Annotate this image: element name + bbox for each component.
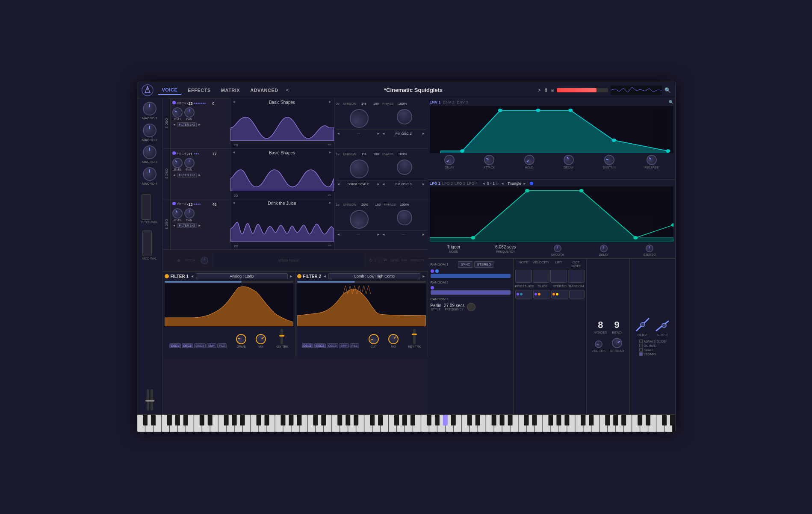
lfo-rate-nav-left[interactable]: ◄: [482, 182, 485, 186]
random2-bar[interactable]: [431, 290, 511, 295]
random1-bar[interactable]: [431, 274, 511, 278]
osc1-edit-btn[interactable]: ✏: [328, 142, 331, 147]
osc1-unison-knob[interactable]: [350, 109, 369, 128]
perf-stereo-bar[interactable]: [551, 290, 568, 298]
filter2-smp-btn[interactable]: SMP: [339, 343, 349, 348]
filter2-keytrk-slider[interactable]: [413, 329, 416, 344]
osc2-wave-next[interactable]: ►: [328, 150, 332, 154]
env-hold-knob[interactable]: [522, 153, 537, 167]
osc2-unison-knob[interactable]: [350, 160, 369, 178]
osc3-wave-prev[interactable]: ◄: [232, 201, 236, 205]
perf-note-bar[interactable]: [515, 270, 532, 283]
filter1-osc2-btn[interactable]: OSC2: [182, 343, 193, 348]
filter2-mix-knob[interactable]: [387, 332, 401, 346]
filter1-osc3-btn[interactable]: OSC3: [194, 343, 206, 348]
random1-dot2[interactable]: [435, 269, 439, 273]
env1-tab[interactable]: ENV 1: [430, 100, 441, 104]
osc1-phase-knob[interactable]: [394, 106, 415, 127]
veltrk-knob[interactable]: [595, 340, 602, 348]
osc3-filter-btn[interactable]: FILTER 1+2: [177, 223, 196, 228]
env-search-icon[interactable]: 🔍: [669, 100, 673, 104]
osc2-pitch-fine[interactable]: 77: [213, 152, 217, 156]
osc3-active-dot[interactable]: [172, 202, 176, 205]
osc2-pitch-val[interactable]: -21: [187, 152, 193, 156]
osc3-unison-knob[interactable]: [346, 207, 372, 232]
osc1-wave-next[interactable]: ►: [328, 100, 332, 104]
octave-cb[interactable]: [639, 344, 643, 347]
osc2-active-dot[interactable]: [172, 151, 176, 155]
random3-mode-knob[interactable]: [467, 303, 475, 311]
lfo4-tab[interactable]: LFO 4: [467, 181, 478, 186]
osc3-filter-next[interactable]: ►: [198, 224, 202, 227]
tab-voice[interactable]: VOICE: [158, 86, 182, 95]
macro3-knob[interactable]: [143, 145, 156, 159]
filter1-smp-btn[interactable]: SMP: [207, 343, 216, 348]
osc3-filter-prev[interactable]: ◄: [172, 224, 177, 227]
osc3-phase-knob[interactable]: [394, 207, 415, 228]
lfo-play-dot[interactable]: [530, 182, 533, 185]
filter2-osc2-btn[interactable]: OSC2: [314, 343, 326, 348]
filter1-fil2-btn[interactable]: FIL2: [217, 343, 227, 348]
random1-stereo-btn[interactable]: STEREO: [474, 261, 494, 268]
env-attack-knob[interactable]: [482, 153, 496, 167]
osc3-pitch-fine[interactable]: 46: [213, 202, 217, 207]
random1-sync-btn[interactable]: SYNC: [458, 261, 473, 268]
always-glide-cb[interactable]: [639, 340, 643, 343]
tab-effects[interactable]: EFFECTS: [183, 86, 215, 95]
filter1-mix-knob[interactable]: [254, 332, 268, 346]
perf-pressure-bar[interactable]: [515, 290, 532, 298]
lfo-play-icon[interactable]: ▷: [496, 182, 499, 186]
slider1[interactable]: [147, 389, 149, 411]
osc2-phase-knob[interactable]: [393, 157, 415, 178]
osc1-active-dot[interactable]: [172, 101, 176, 104]
osc3-pitch-val[interactable]: -13: [187, 202, 193, 207]
perf-octnote-bar[interactable]: [568, 270, 585, 283]
mod-wheel[interactable]: [142, 230, 152, 256]
patch-next-button[interactable]: >: [536, 86, 542, 94]
slope-slider[interactable]: [655, 317, 670, 332]
filter2-osc1-btn[interactable]: OSC1: [302, 343, 313, 348]
perf-slide-bar[interactable]: [533, 290, 550, 298]
osc1-pan-knob[interactable]: [184, 107, 195, 118]
noise-dot[interactable]: [177, 259, 180, 262]
patch-prev-button[interactable]: <: [284, 86, 291, 94]
filter2-cutoff-slider[interactable]: [297, 281, 426, 283]
perf-velocity-bar[interactable]: [533, 270, 549, 283]
osc2-filter-next[interactable]: ►: [198, 173, 202, 177]
osc3-edit-btn[interactable]: ✏: [328, 243, 331, 248]
lfo-smooth-knob[interactable]: [554, 245, 561, 252]
lfo-stereo-knob[interactable]: [646, 245, 653, 252]
volume-bar-container[interactable]: [557, 88, 608, 92]
lfo-delay-knob[interactable]: [600, 245, 608, 252]
osc1-pitch-fine[interactable]: 0: [213, 101, 215, 106]
env-decay-knob[interactable]: [561, 153, 576, 167]
spread-knob[interactable]: [610, 336, 624, 350]
scale-cb[interactable]: [639, 348, 643, 352]
filter2-dot[interactable]: [297, 274, 301, 278]
osc1-pitch-val[interactable]: -25: [187, 101, 193, 106]
save-icon[interactable]: ⬆: [544, 87, 548, 93]
macro4-knob[interactable]: [143, 167, 156, 181]
tab-advanced[interactable]: ADVANCED: [246, 86, 283, 95]
filter2-next-btn[interactable]: ►: [422, 274, 426, 278]
env2-tab[interactable]: ENV 2: [443, 100, 455, 104]
slider2[interactable]: [151, 389, 153, 411]
lfo-type-nav-right[interactable]: ►: [523, 182, 526, 186]
filter2-prev-btn[interactable]: ◄: [323, 274, 327, 278]
macro1-knob[interactable]: [143, 102, 156, 115]
perf-lift-bar[interactable]: [550, 270, 567, 283]
menu-icon[interactable]: ≡: [551, 87, 554, 93]
search-icon[interactable]: 🔍: [664, 87, 671, 93]
filter1-drive-knob[interactable]: [235, 333, 247, 345]
noise-knob[interactable]: [201, 257, 208, 264]
lfo1-tab[interactable]: LFO 1: [430, 181, 441, 186]
random2-dot1[interactable]: [431, 286, 434, 289]
filter2-type[interactable]: Comb : Low High Comb: [328, 273, 420, 279]
filter1-osc1-btn[interactable]: OSC1: [169, 343, 181, 348]
osc1-filter-btn[interactable]: FILTER 1+2: [177, 122, 196, 127]
filter1-type[interactable]: Analog : 12dB: [196, 273, 288, 279]
tab-matrix[interactable]: MATRIX: [217, 86, 244, 95]
env-release-knob[interactable]: [644, 153, 659, 167]
osc2-filter-prev[interactable]: ◄: [172, 173, 177, 177]
perf-random-bar[interactable]: [569, 290, 585, 298]
